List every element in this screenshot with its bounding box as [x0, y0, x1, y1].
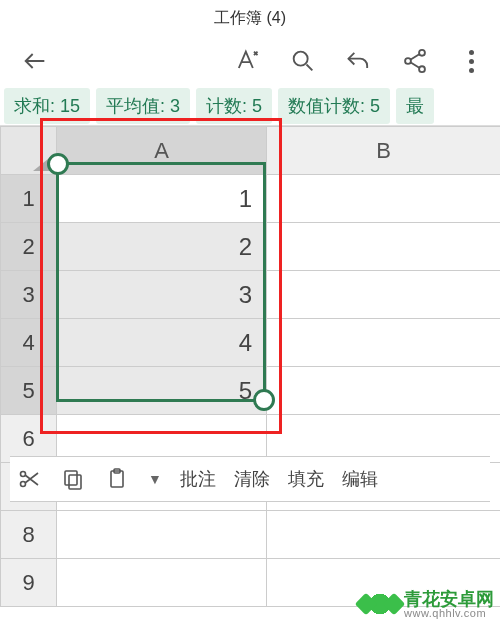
- paste-icon[interactable]: [104, 466, 130, 492]
- watermark-url: www.qhhlv.com: [404, 608, 494, 619]
- row-header[interactable]: 2: [1, 223, 57, 271]
- row-header[interactable]: 5: [1, 367, 57, 415]
- row-header[interactable]: 4: [1, 319, 57, 367]
- cell[interactable]: [57, 559, 267, 607]
- svg-rect-6: [65, 471, 77, 485]
- col-header-B[interactable]: B: [267, 127, 501, 175]
- cell[interactable]: 5: [57, 367, 267, 415]
- stats-bar: 求和: 15 平均值: 3 计数: 5 数值计数: 5 最: [0, 86, 500, 126]
- edit-button[interactable]: 编辑: [342, 467, 378, 491]
- row-header[interactable]: 1: [1, 175, 57, 223]
- annotate-button[interactable]: 批注: [180, 467, 216, 491]
- stat-avg[interactable]: 平均值: 3: [96, 88, 190, 124]
- cell[interactable]: [267, 175, 501, 223]
- cell[interactable]: [267, 271, 501, 319]
- cut-icon[interactable]: [16, 466, 42, 492]
- stat-more[interactable]: 最: [396, 88, 434, 124]
- row-header[interactable]: 9: [1, 559, 57, 607]
- cell[interactable]: [57, 511, 267, 559]
- copy-icon[interactable]: [60, 466, 86, 492]
- cell[interactable]: [267, 223, 501, 271]
- svg-point-0: [294, 52, 308, 66]
- font-style-icon[interactable]: [232, 46, 262, 76]
- spreadsheet[interactable]: A B 11 22 33 44 55 6 7 8 9: [0, 126, 500, 607]
- cell[interactable]: 1: [57, 175, 267, 223]
- stat-sum[interactable]: 求和: 15: [4, 88, 90, 124]
- svg-rect-7: [69, 475, 81, 489]
- back-icon[interactable]: [20, 46, 50, 76]
- cell[interactable]: [267, 319, 501, 367]
- row-header[interactable]: 3: [1, 271, 57, 319]
- top-toolbar: [0, 36, 500, 86]
- watermark-logo: [362, 586, 398, 622]
- workbook-title: 工作簿 (4): [214, 8, 286, 29]
- cell[interactable]: 2: [57, 223, 267, 271]
- watermark: 青花安卓网 www.qhhlv.com: [362, 586, 494, 622]
- cell[interactable]: [267, 367, 501, 415]
- fill-button[interactable]: 填充: [288, 467, 324, 491]
- share-icon[interactable]: [400, 46, 430, 76]
- more-icon[interactable]: [456, 50, 486, 73]
- chevron-down-icon[interactable]: ▼: [148, 471, 162, 487]
- search-icon[interactable]: [288, 46, 318, 76]
- row-header[interactable]: 8: [1, 511, 57, 559]
- context-toolbar: ▼ 批注 清除 填充 编辑: [10, 456, 490, 502]
- cell[interactable]: 3: [57, 271, 267, 319]
- select-all-corner[interactable]: [1, 127, 57, 175]
- title-bar: 工作簿 (4): [0, 0, 500, 36]
- stat-ncount[interactable]: 数值计数: 5: [278, 88, 390, 124]
- undo-icon[interactable]: [344, 46, 374, 76]
- col-header-A[interactable]: A: [57, 127, 267, 175]
- stat-count[interactable]: 计数: 5: [196, 88, 272, 124]
- watermark-name: 青花安卓网: [404, 590, 494, 608]
- cell[interactable]: 4: [57, 319, 267, 367]
- clear-button[interactable]: 清除: [234, 467, 270, 491]
- cell[interactable]: [267, 511, 501, 559]
